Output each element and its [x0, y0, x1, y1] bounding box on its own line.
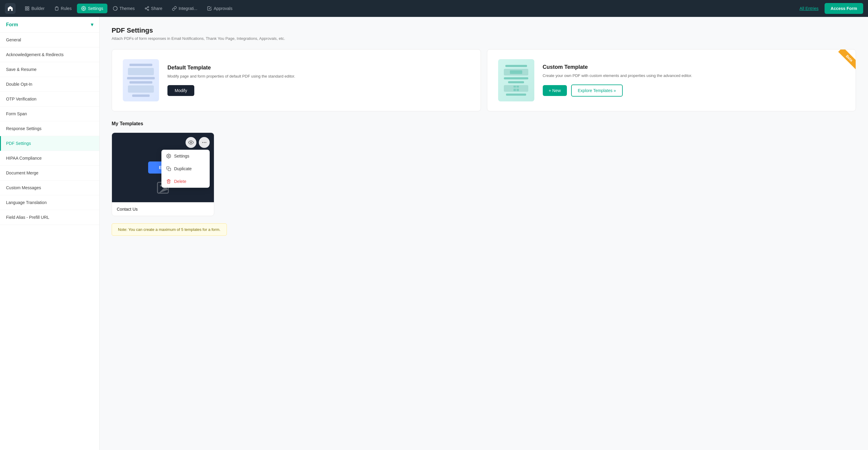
- sidebar-item-form-span[interactable]: Form Span: [0, 107, 99, 121]
- access-form-button[interactable]: Access Form: [825, 3, 863, 14]
- custom-template-actions: + New Explore Templates »: [543, 85, 845, 97]
- context-menu-settings[interactable]: Settings: [161, 150, 210, 162]
- svg-rect-2: [25, 9, 27, 10]
- custom-template-thumbnail: [498, 59, 534, 101]
- default-template-thumbnail: [123, 59, 159, 101]
- default-template-info: Default Template Modify page and form pr…: [167, 65, 470, 96]
- svg-line-10: [146, 7, 148, 8]
- sidebar-item-custom-messages[interactable]: Custom Messages: [0, 180, 99, 195]
- custom-template-card: Custom Template Create your own PDF with…: [487, 49, 856, 111]
- home-logo[interactable]: [5, 3, 16, 14]
- my-templates-grid: Settings Duplicate: [112, 132, 856, 216]
- chevron-down-icon: ▾: [91, 22, 93, 27]
- svg-rect-3: [27, 9, 29, 10]
- sidebar-item-field-alias[interactable]: Field Alias - Prefill URL: [0, 210, 99, 225]
- nav-settings[interactable]: Settings: [77, 4, 107, 13]
- svg-rect-13: [514, 89, 516, 91]
- custom-thumb-line-3: [508, 81, 524, 83]
- svg-point-19: [168, 155, 169, 157]
- custom-thumb-line-4: [506, 94, 526, 96]
- nav-rules[interactable]: Rules: [50, 4, 76, 13]
- thumb-line-4: [132, 94, 150, 97]
- preview-icon-button[interactable]: [186, 137, 196, 148]
- app-layout: Form ▾ General Acknowledgement & Redirec…: [0, 17, 868, 450]
- nav-builder[interactable]: Builder: [21, 4, 49, 13]
- sidebar-section-form[interactable]: Form ▾: [0, 17, 99, 33]
- svg-line-9: [146, 9, 148, 10]
- context-menu: Settings Duplicate: [161, 150, 210, 188]
- sidebar-item-language-translation[interactable]: Language Translation: [0, 195, 99, 210]
- custom-thumb-line-2: [504, 77, 529, 79]
- svg-rect-20: [168, 168, 171, 171]
- custom-template-name: Custom Template: [543, 64, 845, 70]
- context-menu-duplicate[interactable]: Duplicate: [161, 162, 210, 175]
- svg-rect-0: [25, 7, 27, 8]
- svg-rect-11: [514, 86, 516, 88]
- sidebar-item-double-opt-in[interactable]: Double Opt-In: [0, 77, 99, 92]
- thumb-box-1: [128, 68, 154, 75]
- thumb-line-1: [129, 64, 153, 66]
- nav-approvals[interactable]: Approvals: [203, 4, 237, 13]
- custom-thumb-box-2: [504, 85, 529, 92]
- template-cards-row: Default Template Modify page and form pr…: [112, 49, 856, 111]
- sidebar: Form ▾ General Acknowledgement & Redirec…: [0, 17, 99, 450]
- sidebar-item-pdf-settings[interactable]: PDF Settings: [0, 136, 99, 151]
- sidebar-item-hipaa[interactable]: HIPAA Compliance: [0, 151, 99, 166]
- my-templates-section: My Templates: [112, 121, 856, 236]
- template-preview: Settings Duplicate: [112, 133, 214, 202]
- my-templates-title: My Templates: [112, 121, 856, 126]
- svg-point-6: [148, 6, 149, 7]
- svg-rect-12: [517, 86, 519, 88]
- sidebar-item-acknowledgement[interactable]: Acknowledgement & Redirects: [0, 48, 99, 62]
- svg-point-15: [190, 142, 192, 143]
- beta-ribbon: [832, 50, 856, 73]
- custom-thumb-line-1: [505, 65, 527, 67]
- page-title: PDF Settings: [112, 27, 856, 34]
- thumb-line-2: [127, 77, 154, 79]
- svg-point-18: [206, 142, 206, 143]
- sidebar-item-otp-verification[interactable]: OTP Verification: [0, 92, 99, 107]
- more-options-button[interactable]: [199, 137, 210, 148]
- nav-themes[interactable]: Themes: [108, 4, 139, 13]
- svg-rect-1: [27, 7, 29, 8]
- custom-thumb-box-1: [504, 69, 529, 76]
- note-box: Note: You can create a maximum of 5 temp…: [112, 223, 227, 236]
- nav-integrations[interactable]: Integrati...: [168, 4, 202, 13]
- svg-point-16: [202, 142, 203, 143]
- svg-point-8: [148, 9, 149, 10]
- custom-thumb-inner: [510, 70, 522, 74]
- template-name-label: Contact Us: [117, 207, 209, 212]
- sidebar-item-response-settings[interactable]: Response Settings: [0, 121, 99, 136]
- modify-button[interactable]: Modify: [167, 85, 194, 96]
- template-footer: Contact Us: [112, 202, 214, 216]
- sidebar-item-general[interactable]: General: [0, 33, 99, 48]
- default-template-desc: Modify page and form properties of defau…: [167, 73, 470, 79]
- nav-share[interactable]: Share: [140, 4, 166, 13]
- sidebar-item-document-merge[interactable]: Document Merge: [0, 166, 99, 180]
- context-menu-delete[interactable]: Delete: [161, 175, 210, 188]
- sidebar-item-save-resume[interactable]: Save & Resume: [0, 62, 99, 77]
- template-action-icons: [186, 137, 210, 148]
- custom-template-desc: Create your own PDF with custom elements…: [543, 73, 845, 79]
- svg-point-4: [83, 8, 84, 9]
- default-template-name: Default Template: [167, 65, 470, 71]
- custom-template-info: Custom Template Create your own PDF with…: [543, 64, 845, 97]
- thumb-line-3: [129, 81, 153, 84]
- svg-rect-14: [517, 89, 519, 91]
- svg-point-17: [204, 142, 205, 143]
- top-navigation: Builder Rules Settings Themes Share Inte…: [0, 0, 868, 17]
- all-entries-link[interactable]: All Entries: [800, 6, 818, 11]
- thumb-box-2: [128, 85, 154, 93]
- main-content: PDF Settings Attach PDFs of form respons…: [99, 17, 868, 450]
- default-template-card: Default Template Modify page and form pr…: [112, 49, 481, 111]
- new-template-button[interactable]: + New: [543, 85, 567, 96]
- template-item-contact-us: Settings Duplicate: [112, 132, 214, 216]
- explore-templates-button[interactable]: Explore Templates »: [571, 85, 623, 97]
- svg-point-7: [145, 8, 146, 9]
- page-subtitle: Attach PDFs of form responses in Email N…: [112, 36, 856, 41]
